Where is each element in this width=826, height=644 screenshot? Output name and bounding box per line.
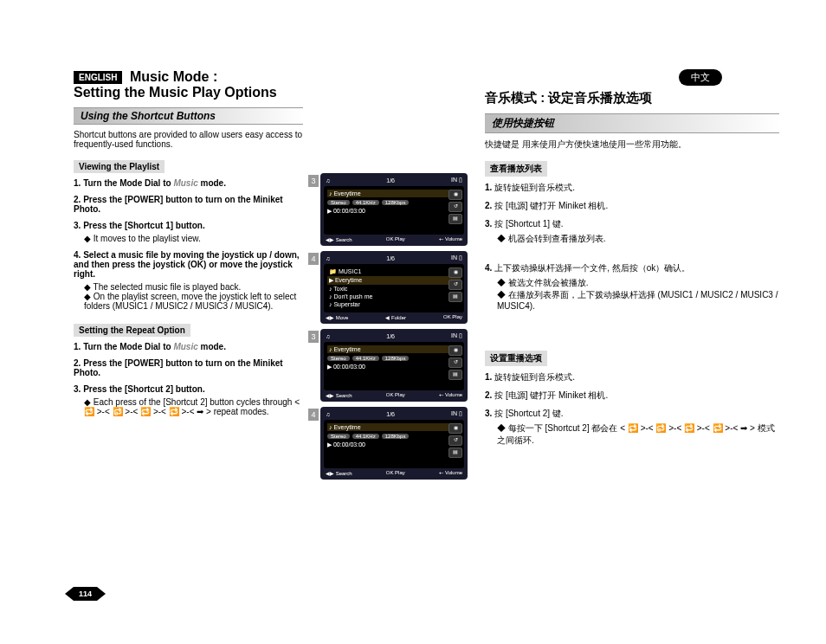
view-steps-en: Turn the Mode Dial to Music mode. Press …: [74, 178, 303, 311]
callout-num: 4: [308, 253, 319, 265]
repeat-head-cn: 设置重播选项: [485, 351, 547, 366]
cn-step-2: 2. 按 [电源] 键打开 Miniket 相机.: [485, 200, 779, 212]
in-icon: IN ▯: [451, 410, 462, 417]
cn-title: 音乐模式 : 设定音乐播放选项: [485, 90, 779, 106]
view-head-cn: 查看播放列表: [485, 161, 547, 177]
section-title-cn: 使用快捷按钮: [485, 113, 779, 133]
cn-rstep-3: 3. 按 [Shortcut 2] 键. 每按一下 [Shortcut 2] 都…: [485, 408, 779, 447]
page-number: 114: [74, 584, 97, 601]
right-column: 音乐模式 : 设定音乐播放选项 使用快捷按钮 快捷键是 用来使用户方便快速地使用…: [485, 69, 779, 485]
cn-step-4-sub1: 被选文件就会被播放.: [497, 277, 779, 289]
list-item: ▶ Everytime: [327, 276, 461, 285]
intro-text-cn: 快捷键是 用来使用户方便快速地使用一些常用功能。: [485, 138, 779, 151]
rstep-3-sub: Each press of the [Shortcut 2] button cy…: [84, 397, 303, 416]
viewing-playlist-head: Viewing the Playlist: [74, 160, 165, 173]
side-btn: ◉: [448, 190, 462, 200]
side-btn: ↺: [448, 357, 462, 368]
device-screen-1: 3 ♫1/6IN ▯ ◉↺▤ ♪ Everytime Stereo44.1KHz…: [320, 173, 468, 246]
track-title: ♪ Everytime: [327, 190, 461, 197]
cn-step-4: 4. 上下拨动操纵杆选择一个文件, 然后按（ok）确认。 被选文件就会被播放. …: [485, 262, 779, 311]
device-screen-3: 3 ♫1/6IN ▯ ◉↺▤ ♪ Everytime Stereo44.1KHz…: [320, 329, 468, 402]
step-2: Press the [POWER] button to turn on the …: [74, 195, 303, 214]
list-item: ♪ Superstar: [327, 300, 461, 308]
cn-step-3-sub: 机器会转到查看播放列表.: [497, 233, 779, 245]
in-icon: IN ▯: [451, 177, 462, 184]
callout-num: 4: [308, 409, 319, 421]
step-1: Turn the Mode Dial to Music mode.: [74, 178, 303, 188]
repeat-option-head: Setting the Repeat Option: [74, 324, 190, 337]
side-btn: ▤: [448, 370, 462, 380]
device-screen-2: 4 ♫1/6IN ▯ ◉↺▤ 📁 MUSIC1 ▶ Everytime ♪ To…: [320, 251, 468, 324]
step-4: Select a music file by moving the joysti…: [74, 250, 303, 311]
intro-text-en: Shortcut buttons are provided to allow u…: [74, 130, 303, 149]
track-title: ♪ Everytime: [327, 345, 461, 353]
step-4-sub1: The selected music file is played back.: [84, 282, 303, 292]
view-steps-cn: 1. 旋转旋钮到音乐模式. 2. 按 [电源] 键打开 Miniket 相机. …: [485, 182, 779, 311]
in-icon: IN ▯: [451, 332, 462, 339]
cn-rstep-3-sub: 每按一下 [Shortcut 2] 都会在 < 🔁 >-< 🔂 >-< 🔁 >-…: [497, 422, 779, 447]
side-btn: ↺: [448, 202, 462, 212]
music-icon: ♫: [326, 333, 330, 339]
cn-rstep-2: 2. 按 [电源] 键打开 Miniket 相机.: [485, 390, 779, 402]
cn-step-4-sub2: 在播放列表界面，上下拨动操纵杆选择 (MUSIC1 / MUSIC2 / MUS…: [497, 289, 779, 311]
section-title-en: Using the Shortcut Buttons: [74, 107, 303, 125]
list-item: ♪ Toxic: [327, 285, 461, 293]
device-screen-4: 4 ♫1/6IN ▯ ◉↺▤ ♪ Everytime Stereo44.1KHz…: [320, 407, 468, 480]
rstep-3: Press the [Shortcut 2] button. Each pres…: [74, 384, 303, 416]
track-title: ♪ Everytime: [327, 423, 461, 431]
cn-rstep-1: 1. 旋转旋钮到音乐模式.: [485, 371, 779, 383]
repeat-steps-en: Turn the Mode Dial to Music mode. Press …: [74, 342, 303, 416]
lang-badge-chinese: 中文: [679, 69, 722, 86]
folder-name: 📁 MUSIC1: [327, 267, 461, 276]
in-icon: IN ▯: [451, 254, 462, 261]
music-icon: ♫: [326, 177, 330, 184]
rstep-2: Press the [POWER] button to turn on the …: [74, 358, 303, 377]
cn-step-3: 3. 按 [Shortcut 1] 键. 机器会转到查看播放列表.: [485, 218, 779, 245]
side-btn: ▤: [448, 292, 462, 302]
side-btn: ▤: [448, 214, 462, 224]
side-btn: ↺: [448, 435, 462, 446]
left-column: ENGLISH Music Mode : Setting the Music P…: [74, 69, 303, 485]
side-btn: ↺: [448, 280, 462, 290]
callout-num: 3: [308, 331, 319, 343]
title-line1: Music Mode :: [130, 69, 217, 84]
rstep-1: Turn the Mode Dial to Music mode.: [74, 342, 303, 351]
side-btn: ◉: [448, 423, 462, 434]
step-3: Press the [Shortcut 1] button. It moves …: [74, 221, 303, 243]
callout-num: 3: [308, 175, 319, 187]
title-line2: Setting the Music Play Options: [74, 85, 303, 100]
side-btn: ◉: [448, 345, 462, 356]
list-item: ♪ Don't push me: [327, 293, 461, 300]
side-btn: ◉: [448, 267, 462, 278]
step-4-sub2: On the playlist screen, move the joystic…: [84, 292, 303, 311]
manual-page: 中文 ENGLISH Music Mode : Setting the Musi…: [0, 0, 826, 644]
step-3-sub: It moves to the playlist view.: [84, 234, 303, 243]
music-icon: ♫: [326, 411, 330, 417]
music-icon: ♫: [326, 255, 330, 261]
screenshots-column: 3 ♫1/6IN ▯ ◉↺▤ ♪ Everytime Stereo44.1KHz…: [320, 69, 468, 485]
side-btn: ▤: [448, 448, 462, 458]
cn-step-1: 1. 旋转旋钮到音乐模式.: [485, 182, 779, 194]
lang-badge-english: ENGLISH: [74, 71, 122, 84]
repeat-steps-cn: 1. 旋转旋钮到音乐模式. 2. 按 [电源] 键打开 Miniket 相机. …: [485, 371, 779, 447]
